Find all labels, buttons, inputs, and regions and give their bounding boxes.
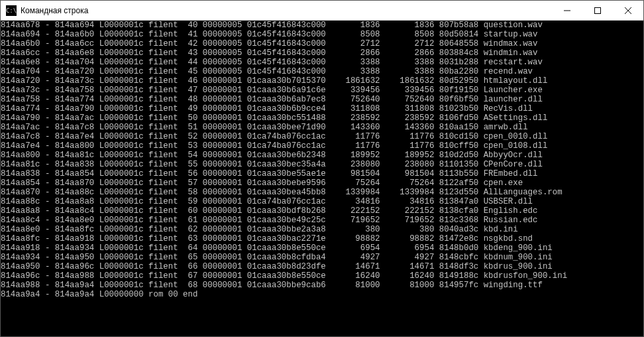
console-row: 814aa8fc - 814aa918 L0000001c filent 63 … [1,234,643,243]
console-row: 814aa7ac - 814aa7c8 L0000001c filent 51 … [1,123,643,132]
window-title: Командная строка [21,6,552,15]
console-row: 814aa88c - 814aa8a8 L0000001c filent 59 … [1,197,643,206]
console-row: 814aa758 - 814aa774 L0000001c filent 48 … [1,95,643,104]
console-row: 814aa8e0 - 814aa8fc L0000001c filent 62 … [1,225,643,234]
console-row: 814aa8a8 - 814aa8c4 L0000001c filent 60 … [1,206,643,216]
console-row: 814aa854 - 814aa870 L0000001c filent 57 … [1,178,643,188]
console-row: 814aa678 - 814aa694 L0000001c filent 40 … [1,21,643,30]
console-row: 814aa81c - 814aa838 L0000001c filent 55 … [1,160,643,169]
console-row: 814aa6cc - 814aa6e8 L0000001c filent 43 … [1,48,643,58]
console-row: 814aa9a4 - 814aa9a4 L00000000 rom 00 end [1,290,643,299]
titlebar[interactable]: C:\ Командная строка [1,1,643,21]
console-row: 814aa704 - 814aa720 L0000001c filent 45 … [1,67,643,76]
console-row: 814aa838 - 814aa854 L0000001c filent 56 … [1,169,643,178]
window: C:\ Командная строка 814aa678 - 814aa694… [0,0,644,337]
maximize-button[interactable] [582,1,613,20]
console-row: 814aa8c4 - 814aa8e0 L0000001c filent 61 … [1,216,643,225]
console-row: 814aa790 - 814aa7ac L0000001c filent 50 … [1,113,643,123]
close-button[interactable] [613,1,643,20]
console-row: 814aa73c - 814aa758 L0000001c filent 47 … [1,86,643,95]
console-row: 814aa800 - 814aa81c L0000001c filent 54 … [1,151,643,160]
titlebar-buttons [552,1,643,20]
console-row: 814aa918 - 814aa934 L0000001c filent 64 … [1,243,643,253]
console-row: 814aa950 - 814aa96c L0000001c filent 66 … [1,262,643,271]
console-row: 814aa7c8 - 814aa7e4 L0000001c filent 52 … [1,132,643,141]
console-row: 814aa694 - 814aa6b0 L0000001c filent 41 … [1,30,643,39]
console-row: 814aa934 - 814aa950 L0000001c filent 65 … [1,253,643,262]
console-row: 814aa96c - 814aa988 L0000001c filent 67 … [1,271,643,281]
console-row: 814aa870 - 814aa88c L0000001c filent 58 … [1,188,643,197]
svg-rect-1 [595,7,601,13]
console-row: 814aa6e8 - 814aa704 L0000001c filent 44 … [1,58,643,67]
cmd-icon: C:\ [6,5,17,16]
console-row: 814aa774 - 814aa790 L0000001c filent 49 … [1,104,643,113]
console-row: 814aa7e4 - 814aa800 L0000001c filent 53 … [1,141,643,151]
console-row: 814aa6b0 - 814aa6cc L0000001c filent 42 … [1,39,643,48]
minimize-button[interactable] [552,1,582,20]
console-output[interactable]: 814aa678 - 814aa694 L0000001c filent 40 … [1,21,643,336]
console-row: 814aa720 - 814aa73c L0000001c filent 46 … [1,76,643,86]
console-row: 814aa988 - 814aa9a4 L0000001c filent 68 … [1,281,643,290]
